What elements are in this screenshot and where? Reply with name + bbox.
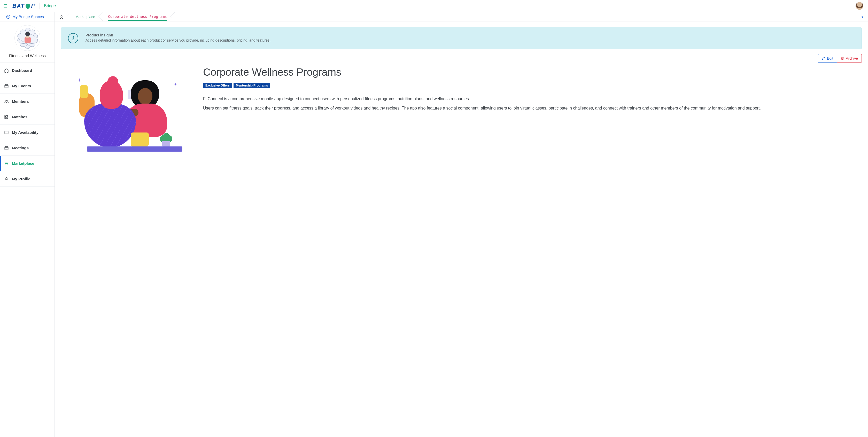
trash-icon [841, 57, 844, 60]
sidebar-item-label: Matches [12, 115, 27, 119]
svg-point-13 [6, 178, 7, 179]
sidebar-item-members[interactable]: Members [0, 94, 55, 109]
space-avatar [14, 25, 40, 51]
sidebar: Fitness and Wellness Dashboard My Events… [0, 22, 55, 437]
info-icon: i [68, 33, 78, 43]
storefront-icon [4, 161, 9, 166]
description-paragraph: Users can set fitness goals, track their… [203, 104, 862, 112]
product-name[interactable]: Bridge [44, 4, 56, 8]
sidebar-item-matches[interactable]: Matches [0, 109, 55, 125]
triangle-left-icon [861, 15, 864, 18]
calendar-icon [4, 146, 9, 150]
breadcrumb: Marketplace Corporate Wellness Programs [55, 12, 857, 21]
svg-point-10 [7, 100, 8, 101]
back-label: My Bridge Spaces [12, 14, 44, 19]
breadcrumb-label: Corporate Wellness Programs [108, 13, 167, 21]
sidebar-item-dashboard[interactable]: Dashboard [0, 63, 55, 78]
product-detail: Corporate Wellness Programs Exclusive Of… [203, 66, 862, 114]
sidebar-item-label: Members [12, 99, 29, 103]
logo-text-left: BAT [12, 3, 25, 9]
user-avatar[interactable] [856, 2, 863, 10]
edit-button[interactable]: Edit [818, 54, 837, 63]
sidebar-item-meetings[interactable]: Meetings [0, 140, 55, 156]
puzzle-icon [4, 115, 9, 119]
home-icon [59, 15, 64, 19]
breadcrumb-bar: My Bridge Spaces Marketplace Corporate W… [0, 12, 868, 22]
svg-rect-12 [5, 147, 8, 150]
sidebar-item-my-events[interactable]: My Events [0, 78, 55, 94]
calendar-icon [4, 84, 9, 88]
archive-label: Archive [846, 56, 858, 60]
edit-label: Edit [827, 56, 833, 60]
home-icon [4, 68, 9, 73]
nav-list: Dashboard My Events Members Matches My A… [0, 63, 55, 187]
breadcrumb-home[interactable] [55, 12, 68, 21]
banner-title: Product insight! [86, 33, 271, 37]
badge-list: Exclusive Offers Mentorship Programs [203, 83, 862, 88]
svg-point-9 [5, 100, 6, 101]
leaf-icon [25, 3, 31, 9]
badge-exclusive-offers: Exclusive Offers [203, 83, 232, 88]
layout: Fitness and Wellness Dashboard My Events… [0, 22, 868, 437]
topbar-divider [39, 3, 40, 9]
svg-rect-8 [5, 85, 8, 88]
sidebar-item-label: My Profile [12, 177, 30, 181]
space-title: Fitness and Wellness [3, 54, 52, 58]
sidebar-item-label: My Availability [12, 130, 38, 134]
svg-rect-7 [26, 36, 29, 38]
brand-logo[interactable]: BAT I ® [12, 3, 35, 9]
description-paragraph: FitConnect is a comprehensive mobile app… [203, 95, 862, 103]
breadcrumb-marketplace[interactable]: Marketplace [68, 12, 101, 21]
sidebar-item-label: Meetings [12, 146, 29, 150]
arrow-left-circle-icon [6, 15, 10, 19]
badge-mentorship-programs: Mentorship Programs [234, 83, 270, 88]
edit-icon [822, 57, 826, 60]
page-title: Corporate Wellness Programs [203, 66, 862, 78]
user-icon [4, 177, 9, 181]
archive-button[interactable]: Archive [837, 54, 862, 63]
topbar: BAT I ® Bridge [0, 0, 868, 12]
registered-mark: ® [34, 3, 35, 6]
info-banner: i Product insight! Access detailed infor… [61, 27, 862, 49]
window-icon [4, 130, 9, 135]
banner-text: Access detailed information about each p… [86, 38, 271, 42]
users-icon [4, 99, 9, 104]
breadcrumb-current[interactable]: Corporate Wellness Programs [101, 12, 173, 21]
sidebar-item-label: Marketplace [12, 161, 34, 165]
action-bar: Edit Archive [61, 54, 862, 63]
logo-text-right: I [31, 3, 33, 9]
product-illustration [66, 66, 185, 159]
menu-toggle-button[interactable] [3, 3, 8, 8]
sidebar-item-my-profile[interactable]: My Profile [0, 171, 55, 187]
sidebar-item-label: My Events [12, 84, 31, 88]
product-description: FitConnect is a comprehensive mobile app… [203, 95, 862, 112]
product-content: Corporate Wellness Programs Exclusive Of… [61, 66, 862, 159]
back-to-spaces-link[interactable]: My Bridge Spaces [0, 12, 55, 21]
sidebar-item-my-availability[interactable]: My Availability [0, 125, 55, 140]
panel-toggle-button[interactable] [857, 12, 868, 21]
space-card: Fitness and Wellness [0, 22, 55, 63]
lotus-icon [15, 25, 40, 51]
sidebar-item-marketplace[interactable]: Marketplace [0, 156, 55, 171]
breadcrumb-label: Marketplace [75, 15, 95, 19]
svg-rect-11 [5, 131, 8, 134]
sidebar-item-label: Dashboard [12, 68, 32, 72]
main-content: i Product insight! Access detailed infor… [55, 22, 868, 437]
